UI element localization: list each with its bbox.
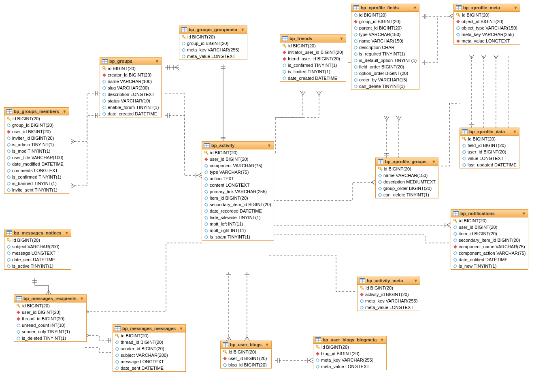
column-row[interactable]: is_default_option TINYINT(1) — [351, 57, 419, 64]
collapse-icon[interactable]: ▼ — [411, 278, 418, 283]
column-row[interactable]: description MEDIUMTEXT — [376, 179, 438, 185]
column-row[interactable]: id BIGINT(20) — [357, 285, 420, 291]
column-row[interactable]: friend_user_id BIGINT(20) — [280, 55, 346, 62]
table-header[interactable]: bp_user_blogs▼ — [221, 341, 271, 349]
column-row[interactable]: creator_id BIGINT(20) — [100, 72, 161, 78]
table-bp_xprofile_data[interactable]: bp_xprofile_data▼id BIGINT(20)field_id B… — [460, 128, 519, 168]
table-bp_messages_messages[interactable]: bp_messages_messages▼id BIGINT(20)thread… — [113, 324, 186, 372]
column-row[interactable]: is_banned TINYINT(1) — [4, 180, 69, 187]
column-row[interactable]: enable_forum TINYINT(1) — [100, 104, 161, 111]
collapse-icon[interactable]: ▼ — [377, 337, 384, 342]
table-header[interactable]: bp_messages_notices▼ — [4, 229, 71, 237]
column-row[interactable]: thread_id BIGINT(20) — [113, 339, 185, 345]
column-row[interactable]: component VARCHAR(75) — [202, 162, 274, 169]
column-row[interactable]: group_id BIGINT(20) — [179, 40, 247, 47]
column-row[interactable]: is_new TINYINT(1) — [451, 263, 528, 269]
column-row[interactable]: subject VARCHAR(200) — [113, 352, 185, 358]
collapse-icon[interactable]: ▼ — [77, 296, 84, 301]
column-row[interactable]: message LONGTEXT — [113, 358, 185, 365]
table-header[interactable]: bp_xprofile_groups▼ — [376, 158, 438, 166]
column-row[interactable]: is_limited TINYINT(1) — [280, 68, 346, 75]
collapse-icon[interactable]: ▼ — [151, 59, 159, 64]
column-row[interactable]: last_updated DATETIME — [460, 162, 519, 168]
table-bp_messages_recipients[interactable]: bp_messages_recipients▼id BIGINT(20)user… — [14, 294, 87, 342]
column-row[interactable]: user_id BIGINT(20) — [202, 156, 274, 162]
table-header[interactable]: bp_xprofile_meta▼ — [454, 4, 520, 12]
column-row[interactable]: id BIGINT(20) — [4, 237, 71, 243]
column-row[interactable]: id BIGINT(20) — [221, 349, 271, 355]
table-bp_notifications[interactable]: bp_notifications▼id BIGINT(20)user_id BI… — [451, 209, 528, 270]
column-row[interactable]: date_sent DATETIME — [4, 256, 71, 263]
column-row[interactable]: is_mod TINYINT(1) — [4, 148, 69, 154]
column-row[interactable]: inviter_id BIGINT(20) — [4, 135, 69, 141]
column-row[interactable]: description CHAR — [351, 44, 419, 51]
column-row[interactable]: user_id BIGINT(20) — [221, 355, 271, 362]
collapse-icon[interactable]: ▼ — [336, 36, 344, 41]
collapse-icon[interactable]: ▼ — [264, 143, 272, 148]
column-row[interactable]: can_delete TINYINT(1) — [376, 192, 438, 198]
column-row[interactable]: id BIGINT(20) — [14, 303, 86, 309]
column-row[interactable]: description LONGTEXT — [100, 91, 161, 98]
column-row[interactable]: item_id BIGINT(20) — [451, 230, 528, 237]
column-row[interactable]: id BIGINT(20) — [454, 12, 520, 18]
collapse-icon[interactable]: ▼ — [262, 342, 269, 347]
collapse-icon[interactable]: ▼ — [59, 109, 67, 114]
column-row[interactable]: date_modified DATETIME — [4, 161, 69, 167]
column-row[interactable]: message LONGTEXT — [4, 250, 71, 256]
column-row[interactable]: meta_key VARCHAR(255) — [313, 357, 386, 363]
table-bp_activity[interactable]: bp_activity▼id BIGINT(20)user_id BIGINT(… — [202, 141, 274, 241]
collapse-icon[interactable]: ▼ — [510, 5, 518, 10]
column-row[interactable]: group_order BIGINT(20) — [376, 185, 438, 192]
column-row[interactable]: is_required TINYINT(1) — [351, 51, 419, 57]
column-row[interactable]: is_deleted TINYINT(1) — [14, 335, 86, 341]
collapse-icon[interactable]: ▼ — [176, 326, 183, 331]
column-row[interactable]: component_name VARCHAR(75) — [451, 243, 528, 250]
column-row[interactable]: user_title VARCHAR(100) — [4, 154, 69, 161]
column-row[interactable]: blog_id BIGINT(20) — [221, 362, 271, 368]
column-row[interactable]: id BIGINT(20) — [376, 166, 438, 172]
column-row[interactable]: type VARCHAR(75) — [202, 169, 274, 175]
table-bp_groups_groupmeta[interactable]: bp_groups_groupmeta▼id BIGINT(20)group_i… — [179, 26, 247, 60]
table-bp_xprofile_meta[interactable]: bp_xprofile_meta▼id BIGINT(20)object_id … — [453, 4, 520, 45]
column-row[interactable]: primary_link VARCHAR(255) — [202, 188, 274, 195]
collapse-icon[interactable]: ▼ — [61, 230, 69, 235]
table-bp_messages_notices[interactable]: bp_messages_notices▼id BIGINT(20)subject… — [4, 229, 71, 270]
column-row[interactable]: value LONGTEXT — [460, 155, 519, 162]
column-row[interactable]: sender_id BIGINT(20) — [113, 345, 185, 352]
column-row[interactable]: secondary_item_id BIGINT(20) — [451, 237, 528, 243]
collapse-icon[interactable]: ▼ — [519, 211, 526, 216]
column-row[interactable]: user_id BIGINT(20) — [14, 309, 86, 315]
column-row[interactable]: date_sent DATETIME — [113, 365, 185, 371]
column-row[interactable]: name VARCHAR(150) — [351, 38, 419, 44]
column-row[interactable]: is_active TINYINT(1) — [4, 263, 71, 269]
column-row[interactable]: secondary_item_id BIGINT(20) — [202, 201, 274, 208]
column-row[interactable]: date_created DATETIME — [100, 111, 161, 117]
column-row[interactable]: name VARCHAR(150) — [376, 172, 438, 179]
table-bp_friends[interactable]: bp_friends▼id BIGINT(20)initiator_user_i… — [280, 34, 346, 82]
column-row[interactable]: subject VARCHAR(200) — [4, 243, 71, 250]
column-row[interactable]: id BIGINT(20) — [280, 43, 346, 49]
table-header[interactable]: bp_xprofile_fields▼ — [351, 4, 419, 12]
table-bp_activity_meta[interactable]: bp_activity_meta▼id BIGINT(20)activity_i… — [357, 277, 420, 311]
column-row[interactable]: id BIGINT(20) — [202, 149, 274, 156]
column-row[interactable]: unread_count INT(10) — [14, 322, 86, 328]
column-row[interactable]: is_admin TINYINT(1) — [4, 141, 69, 148]
column-row[interactable]: type VARCHAR(150) — [351, 31, 419, 38]
column-row[interactable]: id BIGINT(20) — [4, 115, 69, 122]
column-row[interactable]: comments LONGTEXT — [4, 167, 69, 174]
table-bp_user_blogs_blogmeta[interactable]: bp_user_blogs_blogmeta▼id BIGINT(20)blog… — [313, 336, 387, 370]
column-row[interactable]: option_order BIGINT(20) — [351, 70, 419, 77]
column-row[interactable]: status VARCHAR(10) — [100, 98, 161, 104]
table-header[interactable]: bp_messages_recipients▼ — [14, 295, 86, 303]
column-row[interactable]: thread_id BIGINT(20) — [14, 315, 86, 322]
column-row[interactable]: field_id BIGINT(20) — [460, 142, 519, 149]
table-header[interactable]: bp_activity▼ — [202, 142, 274, 149]
column-row[interactable]: parent_id BIGINT(20) — [351, 25, 419, 31]
column-row[interactable]: date_notified DATETIME — [451, 256, 528, 263]
column-row[interactable]: id BIGINT(20) — [313, 344, 386, 350]
column-row[interactable]: meta_key VARCHAR(255) — [357, 298, 420, 304]
column-row[interactable]: mptt_left INT(11) — [202, 221, 274, 227]
column-row[interactable]: id BIGINT(20) — [100, 65, 161, 72]
column-row[interactable]: field_order BIGINT(20) — [351, 64, 419, 70]
column-row[interactable]: id BIGINT(20) — [179, 34, 247, 40]
